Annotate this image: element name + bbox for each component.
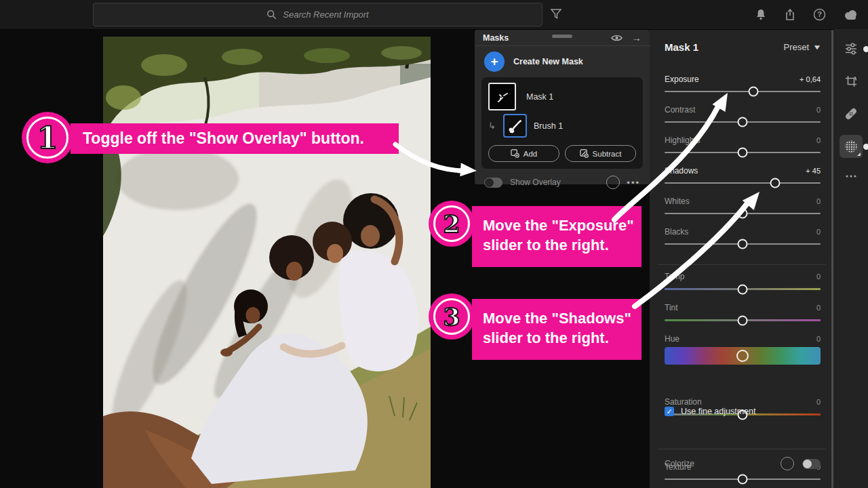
plus-icon: + bbox=[484, 52, 505, 72]
blacks-value: 0 bbox=[816, 228, 821, 236]
more-options-icon[interactable]: ••• bbox=[627, 178, 640, 188]
more-tools-button[interactable] bbox=[840, 165, 863, 188]
exposure-slider-knob[interactable] bbox=[749, 87, 759, 97]
fine-adjustment-checkbox[interactable]: ✓ Use fine adjustment bbox=[665, 407, 755, 416]
edit-tool-badge bbox=[863, 46, 868, 52]
collapse-panel-icon[interactable]: → bbox=[631, 33, 642, 43]
step-3-badge: 3 bbox=[433, 298, 470, 335]
overlay-color-icon[interactable] bbox=[606, 176, 620, 189]
preset-dropdown[interactable]: Preset ▼ bbox=[784, 42, 821, 52]
texture-slider-knob[interactable] bbox=[738, 474, 748, 485]
blacks-slider-knob[interactable] bbox=[738, 239, 748, 249]
hue-slider-knob[interactable] bbox=[736, 350, 749, 362]
blacks-slider[interactable] bbox=[665, 243, 821, 245]
whites-slider[interactable] bbox=[665, 213, 821, 214]
tool-rail bbox=[834, 29, 868, 488]
show-overlay-toggle[interactable] bbox=[484, 178, 502, 188]
brush-thumbnail bbox=[503, 114, 527, 138]
search-placeholder: Search Recent Import bbox=[283, 9, 368, 20]
eye-icon[interactable] bbox=[611, 34, 623, 42]
hue-label: Hue bbox=[665, 334, 679, 344]
colorize-color-icon[interactable] bbox=[781, 457, 794, 470]
divider bbox=[658, 449, 826, 449]
texture-slider[interactable] bbox=[665, 479, 821, 480]
saturation-value: 0 bbox=[816, 398, 821, 406]
highlights-slider-knob[interactable] bbox=[738, 148, 748, 158]
divider bbox=[658, 264, 826, 265]
masking-icon bbox=[844, 139, 859, 154]
temp-label: Temp bbox=[665, 272, 684, 281]
colorize-toggle[interactable] bbox=[802, 459, 821, 469]
exposure-value: + 0,64 bbox=[800, 75, 821, 83]
contrast-slider-knob[interactable] bbox=[738, 117, 748, 127]
whites-slider-knob[interactable] bbox=[738, 209, 748, 219]
tint-slider[interactable] bbox=[665, 319, 821, 321]
temp-slider[interactable] bbox=[665, 288, 821, 290]
masks-panel: Masks → + Create New Mask bbox=[475, 30, 650, 184]
contrast-value: 0 bbox=[816, 106, 821, 114]
masking-tool-button[interactable] bbox=[840, 135, 863, 158]
slider-row-hue: Hue0 bbox=[665, 334, 821, 363]
masking-tool-badge bbox=[863, 144, 868, 150]
highlights-value: 0 bbox=[816, 136, 821, 144]
lightroom-app: Search Recent Import ? bbox=[0, 0, 868, 488]
cloud-icon[interactable] bbox=[843, 9, 859, 20]
create-new-mask-button[interactable]: + Create New Mask bbox=[475, 46, 650, 76]
hue-slider[interactable] bbox=[665, 347, 821, 365]
more-dots-icon bbox=[844, 169, 858, 183]
slider-row-tint: Tint0 bbox=[665, 303, 821, 331]
slider-row-highlights: Highlights0 bbox=[665, 136, 821, 164]
temp-slider-knob[interactable] bbox=[738, 284, 748, 294]
edit-panel: Mask 1 Preset ▼ Exposure+ 0,64Contrast0H… bbox=[650, 30, 834, 488]
slider-row-contrast: Contrast0 bbox=[665, 105, 821, 134]
contrast-slider[interactable] bbox=[665, 121, 821, 123]
whites-label: Whites bbox=[665, 197, 690, 206]
saturation-label: Saturation bbox=[665, 397, 702, 407]
slider-row-shadows: Shadows+ 45 bbox=[665, 166, 821, 195]
edit-sliders-icon bbox=[844, 42, 858, 56]
filter-icon[interactable] bbox=[551, 9, 561, 19]
help-icon[interactable]: ? bbox=[813, 8, 826, 21]
add-button[interactable]: Add bbox=[488, 145, 559, 162]
highlights-label: Highlights bbox=[665, 136, 701, 145]
edit-tool-button[interactable] bbox=[840, 37, 863, 60]
top-bar: Search Recent Import ? bbox=[0, 0, 868, 30]
contrast-label: Contrast bbox=[665, 105, 695, 115]
slider-row-exposure: Exposure+ 0,64 bbox=[665, 75, 821, 103]
temp-value: 0 bbox=[816, 272, 821, 281]
blacks-label: Blacks bbox=[665, 227, 688, 237]
panel-scrollbar[interactable] bbox=[831, 30, 833, 488]
step-1-instruction: Toggle off the "Show Overlay" button. bbox=[71, 123, 399, 154]
indent-arrow-icon: ↳ bbox=[488, 121, 496, 131]
search-input[interactable]: Search Recent Import bbox=[93, 3, 542, 26]
subtract-button[interactable]: Subtract bbox=[565, 145, 636, 162]
tint-label: Tint bbox=[665, 303, 678, 312]
panel-drag-handle[interactable] bbox=[552, 35, 572, 38]
healing-tool-button[interactable] bbox=[840, 102, 863, 125]
slider-row-whites: Whites0 bbox=[665, 197, 821, 225]
step-1-badge: 1 bbox=[26, 117, 68, 159]
masks-panel-title: Masks bbox=[483, 33, 509, 43]
tint-slider-knob[interactable] bbox=[738, 315, 748, 325]
bell-icon[interactable] bbox=[755, 8, 767, 21]
shadows-slider[interactable] bbox=[665, 182, 821, 184]
exposure-slider[interactable] bbox=[665, 91, 821, 92]
brush-item[interactable]: ↳ Brush 1 bbox=[488, 114, 636, 138]
step-2-badge: 2 bbox=[433, 205, 470, 242]
mask-thumbnail bbox=[488, 83, 516, 110]
share-icon[interactable] bbox=[784, 8, 796, 21]
tool-flyout-indicator bbox=[857, 152, 861, 156]
highlights-slider[interactable] bbox=[665, 152, 821, 153]
brush-name: Brush 1 bbox=[534, 121, 563, 131]
crop-tool-button[interactable] bbox=[840, 70, 863, 93]
mask-name: Mask 1 bbox=[526, 92, 553, 102]
mask-item[interactable]: Mask 1 bbox=[488, 83, 636, 110]
shadows-slider-knob[interactable] bbox=[770, 178, 781, 188]
whites-value: 0 bbox=[816, 197, 821, 205]
step-3-instruction: Move the "Shadows"slider to the right. bbox=[472, 299, 642, 360]
colorize-label: Colorize bbox=[665, 459, 694, 468]
slider-row-blacks: Blacks0 bbox=[665, 227, 821, 256]
checkbox-checked-icon: ✓ bbox=[665, 407, 674, 416]
slider-row-temp: Temp0 bbox=[665, 272, 821, 300]
photo-canvas[interactable] bbox=[103, 37, 431, 488]
